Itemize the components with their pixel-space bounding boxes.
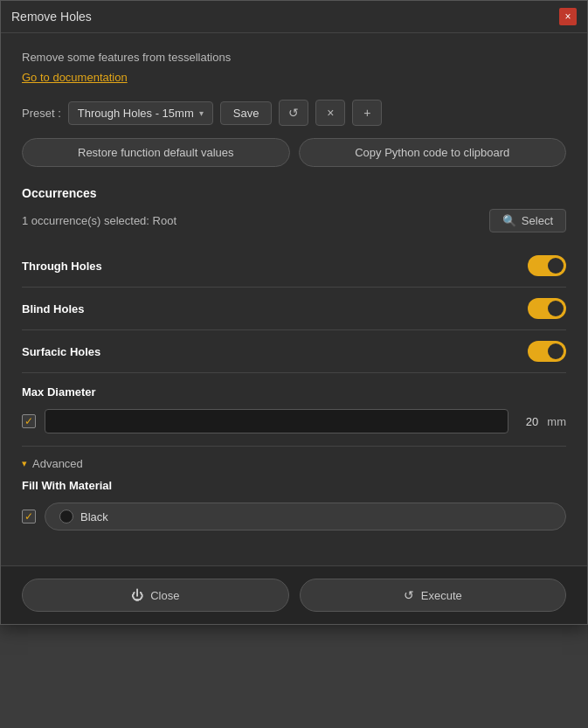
- preset-dropdown-arrow-icon: ▾: [199, 108, 204, 118]
- advanced-arrow-icon: ▾: [22, 458, 27, 469]
- blind-holes-label: Blind Holes: [22, 302, 85, 315]
- preset-label: Preset :: [22, 107, 61, 120]
- toggle-row-through-holes: Through Holes: [22, 245, 566, 288]
- copy-python-button[interactable]: Copy Python code to clipboard: [299, 138, 567, 167]
- through-holes-toggle[interactable]: [528, 255, 566, 276]
- toggle-thumb: [548, 258, 564, 274]
- diameter-value: 20: [517, 415, 538, 428]
- blind-holes-toggle[interactable]: [528, 298, 566, 319]
- close-label: Close: [150, 589, 179, 602]
- description-text: Remove some features from tessellations: [22, 51, 566, 64]
- restore-defaults-button[interactable]: Restore function default values: [22, 138, 290, 167]
- doc-link[interactable]: Go to documentation: [22, 71, 128, 84]
- advanced-row[interactable]: ▾ Advanced: [22, 447, 566, 479]
- preset-add-button[interactable]: +: [352, 100, 382, 126]
- occurrences-text: 1 occurrence(s) selected: Root: [22, 214, 176, 227]
- diameter-slider[interactable]: [45, 409, 508, 433]
- toggle-track: [528, 255, 566, 276]
- fill-material-checkbox[interactable]: ✓: [22, 510, 36, 523]
- fill-material-section: Fill With Material ✓ Black: [22, 479, 566, 530]
- occurrences-row: 1 occurrence(s) selected: Root 🔍 Select: [22, 209, 566, 232]
- toggle-track: [528, 298, 566, 319]
- toggle-thumb: [548, 301, 564, 316]
- select-label: Select: [522, 214, 553, 227]
- remove-holes-window: Remove Holes × Remove some features from…: [0, 0, 588, 625]
- preset-save-button[interactable]: Save: [220, 101, 273, 125]
- preset-reload-button[interactable]: ↺: [279, 100, 308, 126]
- max-diameter-title: Max Diameter: [22, 385, 566, 399]
- toggles-section: Through Holes Blind Holes Surfacic Holes: [22, 245, 566, 373]
- max-diameter-section: Max Diameter ✓ 20 mm: [22, 373, 566, 447]
- window-title: Remove Holes: [11, 10, 92, 24]
- occurrences-title: Occurrences: [22, 186, 566, 200]
- footer: ⏻ Close ↺ Execute: [1, 565, 587, 624]
- window-close-button[interactable]: ×: [559, 8, 577, 25]
- preset-clear-button[interactable]: ×: [315, 100, 345, 126]
- preset-value: Through Holes - 15mm: [78, 107, 194, 120]
- content-area: Remove some features from tessellations …: [1, 33, 587, 565]
- select-button[interactable]: 🔍 Select: [489, 209, 566, 232]
- diameter-input-row: ✓ 20 mm: [22, 409, 566, 433]
- add-icon: +: [363, 106, 370, 120]
- advanced-label: Advanced: [32, 457, 83, 470]
- close-button[interactable]: ⏻ Close: [22, 579, 289, 612]
- close-power-icon: ⏻: [131, 588, 143, 602]
- title-bar: Remove Holes ×: [1, 1, 587, 33]
- material-color-dot: [59, 510, 73, 523]
- material-row: ✓ Black: [22, 503, 566, 530]
- toggle-row-blind-holes: Blind Holes: [22, 288, 566, 330]
- surfacic-holes-label: Surfacic Holes: [22, 345, 100, 358]
- toggle-thumb: [548, 343, 564, 359]
- material-dropdown[interactable]: Black: [45, 503, 566, 530]
- diameter-checkbox[interactable]: ✓: [22, 414, 36, 428]
- execute-label: Execute: [421, 589, 462, 602]
- material-value: Black: [80, 510, 108, 523]
- clear-icon: ×: [327, 106, 334, 120]
- preset-dropdown[interactable]: Through Holes - 15mm ▾: [68, 101, 213, 125]
- fill-material-title: Fill With Material: [22, 479, 566, 492]
- execute-button[interactable]: ↺ Execute: [300, 579, 567, 612]
- occurrences-section: Occurrences 1 occurrence(s) selected: Ro…: [22, 186, 566, 232]
- execute-refresh-icon: ↺: [404, 588, 414, 602]
- toggle-track: [528, 341, 566, 362]
- search-icon: 🔍: [502, 214, 516, 227]
- reload-icon: ↺: [288, 106, 299, 120]
- action-row: Restore function default values Copy Pyt…: [22, 138, 566, 167]
- diameter-unit: mm: [547, 415, 566, 428]
- toggle-row-surfacic-holes: Surfacic Holes: [22, 330, 566, 373]
- preset-row: Preset : Through Holes - 15mm ▾ Save ↺ ×…: [22, 100, 566, 126]
- surfacic-holes-toggle[interactable]: [528, 341, 566, 362]
- through-holes-label: Through Holes: [22, 260, 102, 273]
